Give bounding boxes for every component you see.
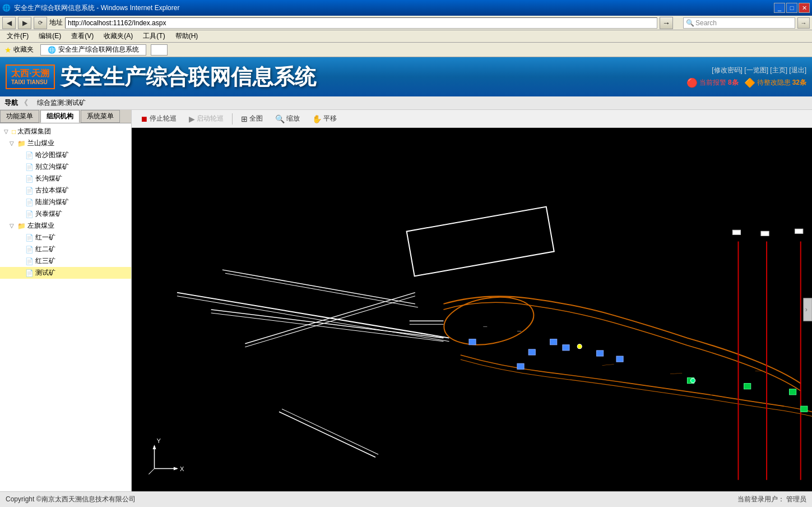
file-icon-hong2: 📄 [25,246,34,253]
menu-edit[interactable]: 编辑(E) [34,30,66,42]
nav-label: 导航 [4,98,18,108]
search-go-button[interactable]: → [797,17,810,29]
file-icon-bieli: 📄 [25,163,34,171]
stop-tour-label: 停止轮巡 [150,114,177,123]
pan-label: 平移 [323,114,337,123]
tree-item-gulaben[interactable]: 📄 古拉本煤矿 [0,185,131,196]
tab-org[interactable]: 组织机构 [40,110,80,123]
stop-tour-button[interactable]: ⏹ 停止轮巡 [135,112,182,126]
tree-label-zuoqi: 左旗煤业 [27,221,54,231]
expand-icon-root: ▽ [2,128,10,135]
zoom-button[interactable]: 🔍 缩放 [270,112,305,126]
favorites-button[interactable]: ★ 收藏夹 [2,44,36,56]
breadcrumb-text: 综合监测:测试矿 [37,98,86,108]
full-view-button[interactable]: ⊞ 全图 [236,112,268,126]
app-header: 太西·天溯 TAIXI TIANSU 安全生产综合联网信息系统 [修改密码] [… [0,57,812,96]
tree-item-bieli[interactable]: 📄 别立沟煤矿 [0,161,131,173]
tree-item-hasha[interactable]: 📄 哈沙图煤矿 [0,149,131,161]
tab-functions[interactable]: 功能菜单 [0,110,39,123]
tree-label-xingtai: 兴泰煤矿 [35,209,62,219]
folder-icon-zuoqi: 📁 [17,222,26,230]
tree-item-luya[interactable]: 📄 陆崖沟煤矿 [0,196,131,208]
folder-icon-root: □ [12,128,16,136]
address-input[interactable] [65,17,657,29]
menu-file[interactable]: 文件(F) [2,30,33,42]
toolbar-sep-1 [232,113,233,125]
svg-rect-29 [761,231,769,236]
fav-tab-main[interactable]: 🌐 安全生产综合联网信息系统 [40,44,146,56]
alert1-count: 8条 [728,78,739,87]
tree-item-test[interactable]: 📄 测试矿 [0,267,131,279]
footer: Copyright ©南京太西天溯信息技术有限公司 当前登录用户： 管理员 [0,491,812,507]
svg-rect-20 [563,345,569,351]
tree-item-lanshan[interactable]: ▽ 📁 兰山煤业 [0,137,131,149]
tree-item-xingtai[interactable]: 📄 兴泰煤矿 [0,208,131,220]
svg-rect-22 [616,356,623,362]
svg-text:›: › [805,306,808,314]
minimize-button[interactable]: _ [774,3,785,13]
tree-item-hong3[interactable]: 📄 红三矿 [0,255,131,267]
tree-item-zuoqi[interactable]: ▽ 📁 左旗煤业 [0,220,131,232]
svg-rect-23 [517,363,524,369]
maximize-button[interactable]: □ [786,3,797,13]
fav-site-icon: 🌐 [48,46,56,54]
tab-system[interactable]: 系统菜单 [81,110,120,123]
fav-tab-label: 安全生产综合联网信息系统 [58,45,139,54]
alert2-count: 32条 [792,78,806,87]
app-title: 安全生产综合联网信息系统 [55,63,316,91]
svg-rect-27 [801,406,808,412]
star-icon: ★ [4,45,12,54]
tree-label-hong1: 红一矿 [35,233,55,242]
overview-link[interactable]: [一览图] [744,66,768,74]
alert-badge-2: 🔶 待整改隐患 32条 [744,77,806,88]
menu-tools[interactable]: 工具(T) [138,30,169,42]
pan-button[interactable]: ✋ 平移 [307,112,342,126]
menu-favorites[interactable]: 收藏夹(A) [99,30,137,42]
close-button[interactable]: ✕ [799,3,810,13]
titlebar-controls[interactable]: _ □ ✕ [774,3,810,13]
back-button[interactable]: ◀ [2,17,16,29]
go-button[interactable]: → [660,17,673,29]
start-tour-label: 启动轮巡 [197,114,224,123]
browser-icon: 🌐 [2,4,11,12]
zoom-icon: 🔍 [275,114,285,123]
alert-icon-2: 🔶 [744,77,755,88]
logout-link[interactable]: [退出] [789,66,806,74]
menu-help[interactable]: 帮助(H) [171,30,203,42]
forward-button[interactable]: ▶ [18,17,31,29]
svg-rect-0 [132,128,812,491]
tree-label-changgou: 长沟煤矿 [35,174,62,183]
alert1-text: 当前报警 [699,78,726,87]
tree-item-changgou[interactable]: 📄 长沟煤矿 [0,173,131,185]
refresh-button[interactable]: ⟳ [34,17,47,29]
svg-text:—: — [483,324,488,329]
tree-item-root[interactable]: ▽ □ 太西煤集团 [0,126,131,137]
addressbar: ◀ ▶ ⟳ 地址 → 🔍 Search → [0,16,812,30]
tree-label-gulaben: 古拉本煤矿 [35,186,69,195]
search-icon: 🔍 [686,19,694,27]
alert2-text: 待整改隐患 [757,78,791,87]
copyright-text: Copyright ©南京太西天溯信息技术有限公司 [6,495,136,504]
home-link[interactable]: [主页] [770,66,787,74]
titlebar-title: 安全生产综合联网信息系统 - Windows Internet Explorer [14,3,179,13]
left-panel: 功能菜单 组织机构 系统菜单 ▽ □ 太西煤集团 ▽ 📁 兰山煤业 [0,110,132,491]
menu-view[interactable]: 查看(V) [67,30,98,42]
stop-icon: ⏹ [140,114,148,123]
logo-area: 太西·天溯 TAIXI TIANSU 安全生产综合联网信息系统 [6,63,316,91]
fav-tab-empty [151,44,168,56]
tree-label-hong3: 红三矿 [35,256,55,266]
start-tour-button[interactable]: ▶ 启动轮巡 [184,112,229,126]
file-icon-gulaben: 📄 [25,187,34,195]
tree-item-hong1[interactable]: 📄 红一矿 [0,232,131,243]
file-icon-luya: 📄 [25,199,34,206]
toolbar: ⏹ 停止轮巡 ▶ 启动轮巡 ⊞ 全图 🔍 缩放 ✋ 平移 [132,110,812,128]
tree-label-luya: 陆崖沟煤矿 [35,197,69,207]
search-label: Search [695,19,717,27]
alert-bar: 🔴 当前报警 8条 🔶 待整改隐患 32条 [686,77,806,88]
nav-collapse-btn[interactable]: 《 [20,98,28,108]
change-password-link[interactable]: [修改密码] [712,66,743,74]
svg-text:X: X [180,465,184,472]
tree-item-hong2[interactable]: 📄 红二矿 [0,243,131,255]
svg-rect-30 [795,229,803,233]
map-area[interactable]: — — — ——— ——— —— Y [132,128,812,491]
